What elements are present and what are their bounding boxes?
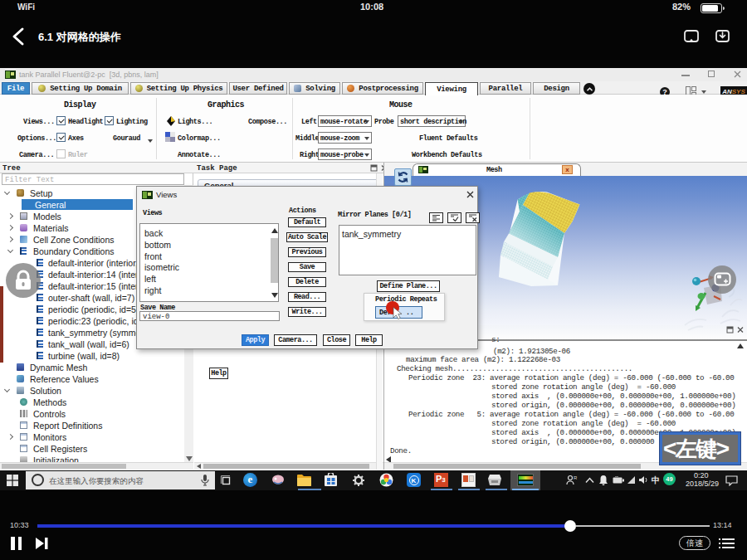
svg-text:R: R — [574, 475, 578, 480]
